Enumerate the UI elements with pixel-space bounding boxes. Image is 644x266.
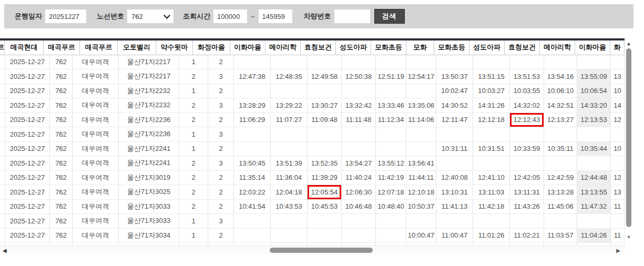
table-cell: 대우여객 <box>73 142 119 157</box>
vertical-scrollbar[interactable]: ▲ ▼ <box>625 40 632 240</box>
table-cell <box>308 84 342 99</box>
chevron-down-icon <box>163 12 170 19</box>
table-cell: 울산71자3033 <box>119 214 179 229</box>
bus-operation-query-page: 운행일자 노선번호 762 조회시간 ~ 차량번호 검색 르매곡현대매곡푸르매곡… <box>0 0 644 266</box>
search-form: 운행일자 노선번호 762 조회시간 ~ 차량번호 검색 <box>4 4 633 28</box>
table-row: 2025-12-27762대우여객울산71자30192211:35:1411:3… <box>0 171 625 186</box>
table-cell: 12:05:54 <box>308 185 342 200</box>
table-cell: 대우여객 <box>73 127 119 142</box>
table-row: 2025-12-27762대우여객울산71자303313 <box>0 214 625 229</box>
horizontal-scrollbar-thumb[interactable] <box>270 248 373 253</box>
table-cell: 12 <box>611 113 625 128</box>
table-cell: 11:35:14 <box>234 171 271 186</box>
scroll-left-icon[interactable]: ◀ <box>3 247 7 254</box>
column-header: 효청보건 <box>505 40 540 55</box>
table-cell <box>436 55 473 70</box>
grid-body: 2025-12-27762대우여객울산71자2217122025-12-2776… <box>0 55 625 243</box>
table-cell: 10:45:53 <box>308 200 342 214</box>
table-cell: 11:42:19 <box>376 171 406 186</box>
table-cell <box>544 156 577 171</box>
table-cell: 12:44:48 <box>577 171 611 186</box>
table-cell: 10:03:27 <box>473 84 510 99</box>
vertical-scrollbar-thumb[interactable] <box>626 48 631 227</box>
table-cell: 11:07:27 <box>271 113 308 128</box>
query-time-from-input[interactable] <box>213 9 247 23</box>
table-cell <box>342 229 376 243</box>
table-cell: 14:33:20 <box>577 98 611 113</box>
table-cell: 10:46:48 <box>342 200 376 214</box>
table-cell <box>376 84 406 99</box>
table-cell: 2 <box>179 69 208 84</box>
table-cell: 12:06:30 <box>342 185 376 200</box>
table-cell: 11:41:13 <box>436 200 473 214</box>
table-cell: 울산71자2217 <box>119 69 179 84</box>
column-header: 화 <box>610 40 625 55</box>
table-row: 2025-12-27762대우여객울산71자22321210:02:4710:0… <box>0 84 625 99</box>
table-cell <box>406 214 436 229</box>
table-row: 2025-12-27762대우여객울산71자221712 <box>0 55 625 70</box>
table-cell: 13 <box>611 185 625 200</box>
horizontal-scrollbar[interactable]: ◀ ▶ <box>0 245 625 254</box>
scroll-right-icon[interactable]: ▶ <box>616 247 620 254</box>
vehicle-number-label: 차량번호 <box>304 12 331 21</box>
column-header: 모화초등 <box>434 40 469 55</box>
table-cell: 10:06:54 <box>577 84 611 99</box>
table-cell: 대우여객 <box>73 185 119 200</box>
table-cell <box>342 214 376 229</box>
table-cell: 11:00:47 <box>436 229 473 243</box>
table-cell <box>0 69 5 84</box>
search-button[interactable]: 검색 <box>374 9 405 24</box>
column-header: 이화마을 <box>575 40 610 55</box>
route-number-select[interactable]: 762 <box>127 9 173 23</box>
table-cell <box>510 156 544 171</box>
table-cell <box>510 55 544 70</box>
table-cell: 2025-12-27 <box>5 200 50 214</box>
table-cell: 2 <box>208 113 234 128</box>
table-cell <box>544 214 577 229</box>
route-number-value: 762 <box>131 13 143 21</box>
table-cell <box>0 127 5 142</box>
table-cell <box>271 55 308 70</box>
table-cell: 11:03:57 <box>544 229 577 243</box>
table-cell: 12:47:38 <box>234 69 271 84</box>
table-cell: 12:03:22 <box>234 185 271 200</box>
table-cell: 13:13:28 <box>544 185 577 200</box>
table-cell <box>234 142 271 157</box>
table-cell: 10:35:44 <box>577 142 611 157</box>
table-cell <box>234 84 271 99</box>
table-cell <box>308 55 342 70</box>
table-cell: 11:40:24 <box>342 171 376 186</box>
table-cell <box>0 98 5 113</box>
table-cell <box>234 127 271 142</box>
table-cell <box>0 185 5 200</box>
column-header: 이화마을 <box>230 40 265 55</box>
table-cell: 12:41:10 <box>473 171 510 186</box>
table-cell: 11:11:48 <box>342 113 376 128</box>
vehicle-number-input[interactable] <box>334 9 370 23</box>
column-header: 매곡푸르 <box>80 40 118 55</box>
arrival-time-grid: 르매곡현대매곡푸르매곡푸르오토밸리약수윗마화정마을이화마을메아리학효청보건성도아… <box>0 38 625 245</box>
table-cell: 10:35:11 <box>544 142 577 157</box>
table-cell: 대우여객 <box>73 55 119 70</box>
query-time-to-input[interactable] <box>259 9 292 23</box>
table-cell: 13:28:29 <box>234 98 271 113</box>
table-row: 2025-12-27762대우여객울산71자22411210:31:1110:3… <box>0 142 625 157</box>
table-cell: 12:54:17 <box>406 69 436 84</box>
column-header: 약수윗마 <box>156 40 193 55</box>
table-cell: 2 <box>179 156 208 171</box>
table-cell <box>473 156 510 171</box>
table-cell <box>342 142 376 157</box>
table-cell: 울산71자3025 <box>119 185 179 200</box>
table-cell: 13:50:45 <box>234 156 271 171</box>
table-cell: 2025-12-27 <box>5 156 50 171</box>
scroll-down-icon[interactable]: ▼ <box>625 234 632 240</box>
table-cell: 13 <box>611 69 625 84</box>
scroll-up-icon[interactable]: ▲ <box>625 40 632 47</box>
table-cell: 11:39:29 <box>308 171 342 186</box>
table-row: 2025-12-27762대우여객울산71자223613 <box>0 127 625 142</box>
table-cell: 10:00:47 <box>406 229 436 243</box>
table-cell: 울산71자3033 <box>119 200 179 214</box>
operation-date-input[interactable] <box>45 9 86 23</box>
table-cell: 14:31:26 <box>473 98 510 113</box>
column-header: 메아리학 <box>265 40 301 55</box>
